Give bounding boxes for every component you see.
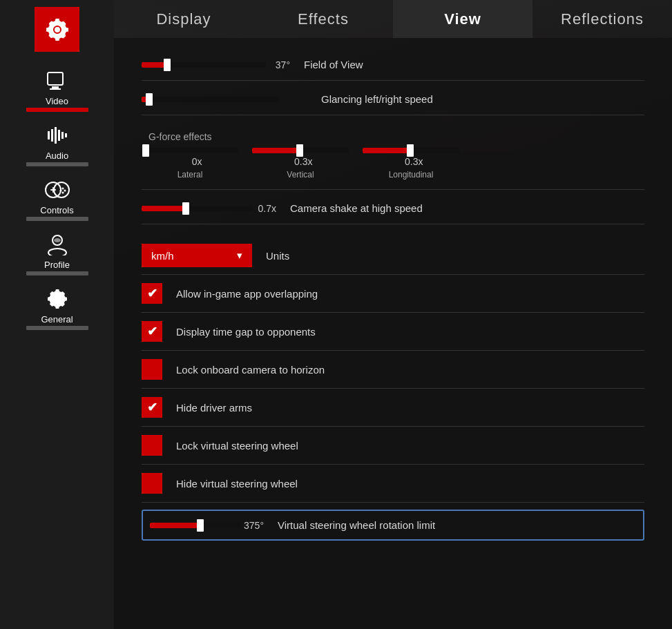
camera-shake-label: Camera shake at high speed bbox=[290, 202, 423, 214]
main-content: 37° Field of View Glancing left/right sp… bbox=[114, 38, 672, 629]
units-row: km/h ▾ Units bbox=[142, 237, 644, 275]
vertical-label: Vertical bbox=[287, 170, 314, 180]
svg-point-14 bbox=[64, 190, 66, 192]
lock-virtual-wheel-checkbox[interactable] bbox=[142, 435, 162, 456]
svg-point-16 bbox=[61, 192, 64, 194]
lock-virtual-wheel-label: Lock virtual steering wheel bbox=[176, 440, 298, 452]
longitudinal-thumb[interactable] bbox=[407, 144, 414, 157]
video-icon bbox=[45, 68, 70, 93]
camera-shake-thumb[interactable] bbox=[182, 202, 189, 215]
svg-point-19 bbox=[54, 238, 61, 242]
units-value: km/h bbox=[151, 250, 174, 262]
svg-rect-12 bbox=[50, 189, 56, 191]
general-gear-icon bbox=[45, 287, 70, 311]
fov-slider-fill bbox=[142, 62, 166, 68]
wheel-rotation-slider-container[interactable] bbox=[150, 523, 240, 528]
hide-virtual-wheel-label: Hide virtual steering wheel bbox=[176, 478, 298, 490]
glancing-label: Glancing left/right speed bbox=[321, 93, 433, 105]
display-time-gap-label: Display time gap to opponents bbox=[176, 326, 316, 338]
lateral-thumb[interactable] bbox=[142, 144, 149, 157]
controls-bar bbox=[26, 217, 88, 221]
lock-camera-horizon-checkbox[interactable] bbox=[142, 359, 162, 380]
vertical-slider[interactable] bbox=[252, 148, 349, 153]
video-label: Video bbox=[46, 96, 68, 106]
svg-rect-4 bbox=[51, 129, 53, 142]
chevron-down-icon: ▾ bbox=[237, 249, 242, 262]
fov-label: Field of View bbox=[304, 59, 363, 70]
glancing-slider-thumb[interactable] bbox=[146, 93, 153, 106]
gforce-row: 0x Lateral 0.3x Vertical 0.3x Longitudin… bbox=[142, 148, 644, 190]
fov-slider-track[interactable] bbox=[142, 62, 266, 68]
allow-overlap-label: Allow in-game app overlapping bbox=[176, 288, 318, 300]
wheel-rotation-thumb[interactable] bbox=[197, 519, 204, 532]
hide-driver-arms-checkbox[interactable]: ✔ bbox=[142, 397, 162, 418]
fov-value: 37° bbox=[266, 59, 290, 70]
lateral-slider[interactable] bbox=[142, 148, 238, 153]
lateral-value: 0x bbox=[178, 156, 202, 167]
longitudinal-value: 0.3x bbox=[399, 156, 423, 167]
camera-shake-track[interactable] bbox=[142, 206, 252, 211]
svg-rect-3 bbox=[48, 131, 50, 139]
camera-shake-value: 0.7x bbox=[252, 203, 276, 214]
svg-rect-6 bbox=[58, 130, 60, 141]
controls-icon bbox=[45, 177, 70, 202]
sidebar-item-general[interactable]: General bbox=[9, 284, 106, 333]
display-time-gap-row: ✔ Display time gap to opponents bbox=[142, 313, 644, 351]
lock-virtual-wheel-row: Lock virtual steering wheel bbox=[142, 427, 644, 465]
audio-icon bbox=[45, 123, 70, 148]
tab-display[interactable]: Display bbox=[114, 0, 253, 38]
allow-overlap-check-icon: ✔ bbox=[147, 286, 157, 301]
virtual-wheel-rotation-row: 375° Virtual steering wheel rotation lim… bbox=[142, 510, 644, 541]
display-time-gap-check-icon: ✔ bbox=[147, 324, 157, 339]
hide-virtual-wheel-checkbox[interactable] bbox=[142, 473, 162, 494]
hide-virtual-wheel-row: Hide virtual steering wheel bbox=[142, 465, 644, 503]
tab-reflections[interactable]: Reflections bbox=[532, 0, 672, 38]
allow-overlap-row: ✔ Allow in-game app overlapping bbox=[142, 275, 644, 313]
longitudinal-fill bbox=[363, 148, 411, 153]
svg-rect-7 bbox=[61, 132, 64, 139]
audio-label: Audio bbox=[46, 151, 68, 161]
longitudinal-slider[interactable] bbox=[363, 148, 459, 153]
gforce-vertical: 0.3x Vertical bbox=[252, 148, 349, 180]
lock-camera-horizon-row: Lock onboard camera to horizon bbox=[142, 351, 644, 389]
glancing-speed-row: Glancing left/right speed bbox=[142, 93, 644, 115]
units-dropdown[interactable]: km/h ▾ bbox=[142, 244, 252, 267]
profile-icon bbox=[45, 232, 70, 257]
sidebar-item-audio[interactable]: Audio bbox=[9, 120, 106, 169]
svg-rect-5 bbox=[55, 127, 57, 144]
gforce-lateral: 0x Lateral bbox=[142, 148, 238, 180]
fov-slider-thumb[interactable] bbox=[164, 59, 171, 71]
lateral-label: Lateral bbox=[177, 170, 203, 180]
sidebar-item-controls[interactable]: Controls bbox=[9, 175, 106, 224]
hide-driver-arms-label: Hide driver arms bbox=[176, 402, 252, 414]
gforce-header: G-force effects bbox=[142, 128, 644, 142]
units-label: Units bbox=[266, 250, 289, 262]
fov-slider-container[interactable] bbox=[142, 62, 266, 68]
profile-label: Profile bbox=[44, 260, 70, 270]
audio-bar bbox=[26, 162, 88, 166]
svg-point-18 bbox=[48, 249, 66, 255]
video-bar bbox=[26, 108, 88, 112]
gforce-longitudinal: 0.3x Longitudinal bbox=[363, 148, 459, 180]
glancing-slider-track[interactable] bbox=[142, 97, 280, 102]
svg-rect-1 bbox=[52, 86, 59, 88]
wheel-rotation-value: 375° bbox=[240, 520, 264, 531]
wheel-rotation-track[interactable] bbox=[150, 523, 240, 528]
camera-shake-slider-container[interactable] bbox=[142, 206, 252, 211]
camera-shake-row: 0.7x Camera shake at high speed bbox=[142, 202, 644, 224]
glancing-slider-container[interactable] bbox=[142, 97, 280, 102]
top-tabs: Display Effects View Reflections bbox=[114, 0, 672, 38]
wheel-rotation-label: Virtual steering wheel rotation limit bbox=[278, 519, 435, 531]
sidebar-item-profile[interactable]: Profile bbox=[9, 229, 106, 278]
vertical-thumb[interactable] bbox=[296, 144, 303, 157]
gear-button[interactable] bbox=[35, 7, 79, 52]
display-time-gap-checkbox[interactable]: ✔ bbox=[142, 321, 162, 342]
tab-view[interactable]: View bbox=[393, 0, 532, 38]
tab-effects[interactable]: Effects bbox=[253, 0, 393, 38]
hide-driver-arms-check-icon: ✔ bbox=[147, 400, 157, 415]
sidebar-item-video[interactable]: Video bbox=[9, 66, 106, 115]
svg-rect-8 bbox=[65, 133, 67, 137]
allow-overlap-checkbox[interactable]: ✔ bbox=[142, 283, 162, 304]
longitudinal-label: Longitudinal bbox=[389, 170, 434, 180]
profile-bar bbox=[26, 271, 88, 275]
